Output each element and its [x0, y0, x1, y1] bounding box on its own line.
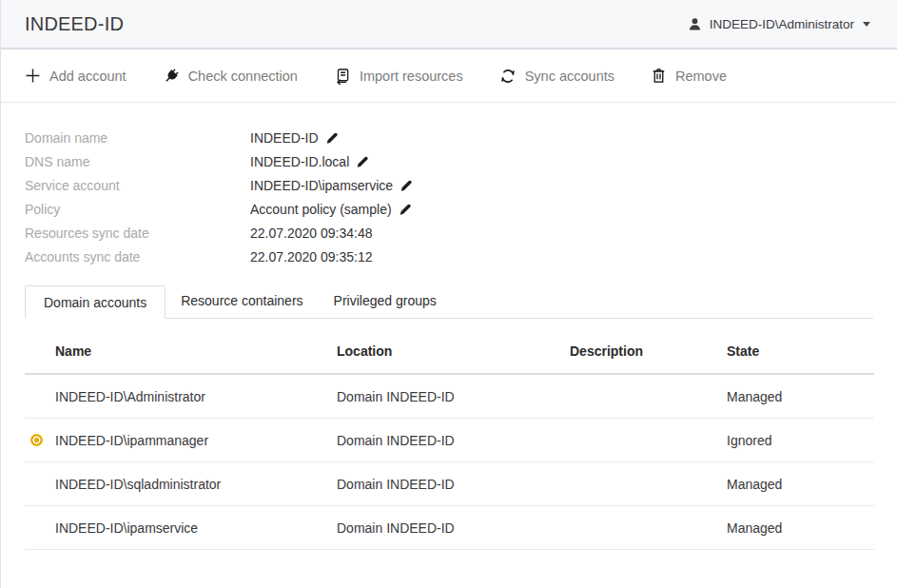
cell-location: Domain INDEED-ID: [337, 520, 570, 536]
detail-label: Domain name: [25, 130, 250, 146]
tab-bar: Domain accounts Resource containers Priv…: [25, 284, 873, 319]
pencil-icon: [325, 133, 339, 147]
detail-row-accounts-sync-date: Accounts sync date 22.07.2020 09:35:12: [25, 245, 873, 268]
detail-label: DNS name: [25, 154, 250, 169]
cell-location: Domain INDEED-ID: [337, 433, 570, 448]
detail-label: Resources sync date: [25, 225, 250, 241]
accounts-table: Name Location Description State INDEED-I…: [25, 319, 874, 550]
column-header-state: State: [727, 343, 874, 359]
table-row[interactable]: INDEED-ID\sqladministrator Domain INDEED…: [25, 462, 874, 506]
detail-row-dns-name: DNS name INDEED-ID.local: [25, 149, 873, 173]
cell-location: Domain INDEED-ID: [337, 389, 570, 404]
detail-label: Service account: [25, 178, 250, 193]
column-header-description: Description: [570, 343, 727, 359]
policy-value: Account policy (sample): [250, 202, 392, 217]
dns-name-value: INDEED-ID.local: [250, 154, 349, 169]
add-account-button[interactable]: Add account: [25, 68, 127, 84]
detail-label: Policy: [25, 202, 250, 217]
user-label: INDEED-ID\Administrator: [710, 17, 854, 31]
tab-domain-accounts[interactable]: Domain accounts: [25, 285, 166, 319]
table-header-row: Name Location Description State: [25, 319, 874, 375]
cell-location: Domain INDEED-ID: [337, 477, 570, 492]
detail-row-service-account: Service account INDEED-ID\ipamservice: [25, 173, 873, 197]
edit-service-account-button[interactable]: [400, 179, 413, 192]
sync-accounts-button[interactable]: Sync accounts: [499, 68, 614, 85]
cell-state: Managed: [727, 520, 874, 536]
cell-name: INDEED-ID\ipammanager: [25, 433, 337, 448]
column-header-name: Name: [25, 343, 337, 359]
cell-state: Ignored: [727, 433, 874, 448]
pencil-icon: [356, 157, 369, 171]
pencil-icon: [400, 181, 413, 195]
chevron-down-icon: [863, 22, 870, 27]
user-menu[interactable]: INDEED-ID\Administrator: [687, 16, 870, 32]
plus-icon: [25, 68, 41, 84]
detail-label: Accounts sync date: [25, 249, 250, 265]
remove-button[interactable]: Remove: [651, 68, 727, 84]
resources-sync-date-value: 22.07.2020 09:34:48: [250, 225, 372, 241]
table-row[interactable]: INDEED-ID\Administrator Domain INDEED-ID…: [25, 375, 874, 419]
table-row[interactable]: INDEED-ID\ipamservice Domain INDEED-ID M…: [25, 506, 874, 550]
pencil-icon: [399, 205, 412, 219]
edit-domain-name-button[interactable]: [325, 131, 339, 145]
plug-icon: [163, 68, 180, 85]
user-icon: [687, 16, 703, 32]
app-window: INDEED-ID INDEED-ID\Administrator Add ac…: [0, 0, 897, 588]
detail-row-domain-name: Domain name INDEED-ID: [25, 126, 873, 149]
ignored-status-icon: [30, 434, 43, 446]
cell-state: Managed: [727, 477, 874, 492]
domain-details: Domain name INDEED-ID DNS name INDEED-ID…: [1, 103, 897, 268]
column-header-location: Location: [337, 343, 570, 359]
domain-name-value: INDEED-ID: [250, 130, 319, 146]
detail-row-policy: Policy Account policy (sample): [25, 197, 873, 221]
edit-policy-button[interactable]: [399, 203, 412, 216]
tab-resource-containers[interactable]: Resource containers: [166, 284, 318, 318]
edit-dns-name-button[interactable]: [356, 155, 369, 168]
trash-icon: [651, 68, 667, 84]
cell-state: Managed: [727, 389, 874, 404]
table-row[interactable]: INDEED-ID\ipammanager Domain INDEED-ID I…: [25, 419, 874, 462]
detail-row-resources-sync-date: Resources sync date 22.07.2020 09:34:48: [25, 221, 873, 245]
cell-name: INDEED-ID\Administrator: [25, 389, 337, 404]
check-connection-button[interactable]: Check connection: [163, 68, 298, 85]
cell-name: INDEED-ID\ipamservice: [25, 520, 337, 536]
accounts-sync-date-value: 22.07.2020 09:35:12: [250, 249, 372, 265]
cell-name: INDEED-ID\sqladministrator: [25, 477, 337, 492]
import-icon: [334, 68, 351, 85]
sync-icon: [499, 68, 517, 85]
page-title: INDEED-ID: [25, 13, 124, 35]
toolbar: Add account Check connection: [1, 49, 897, 103]
page-header: INDEED-ID INDEED-ID\Administrator: [1, 0, 897, 49]
import-resources-button[interactable]: Import resources: [334, 68, 463, 85]
tab-privileged-groups[interactable]: Privileged groups: [319, 284, 452, 318]
service-account-value: INDEED-ID\ipamservice: [250, 178, 393, 193]
